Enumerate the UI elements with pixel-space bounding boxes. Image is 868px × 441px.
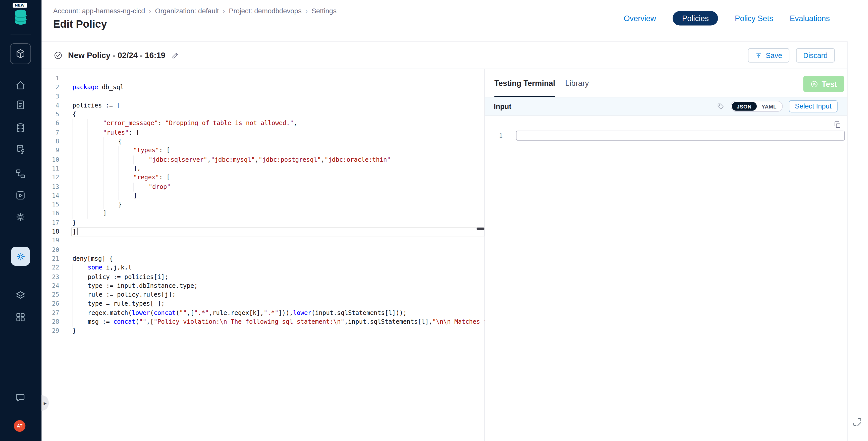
pipelines-icon[interactable] bbox=[15, 168, 26, 179]
code-line[interactable]: 5{ bbox=[41, 110, 484, 119]
code-line[interactable]: 4policies := [ bbox=[41, 101, 484, 110]
code-line[interactable]: 8{ bbox=[41, 137, 484, 147]
code-line[interactable]: 25rule := policy.rules[j]; bbox=[41, 290, 484, 300]
code-line[interactable]: 13"drop" bbox=[41, 182, 484, 191]
breadcrumb-item[interactable]: Account: app-harness-ng-cicd bbox=[53, 7, 145, 15]
indent-guide bbox=[118, 155, 133, 164]
code-token: ( bbox=[150, 309, 154, 316]
code-line[interactable]: 15} bbox=[41, 200, 484, 210]
code-token: , bbox=[321, 156, 325, 163]
code-line-content: regex.match(lower(concat("",[".*",rule.r… bbox=[72, 309, 407, 318]
top-nav-evaluations[interactable]: Evaluations bbox=[789, 14, 830, 23]
line-number: 12 bbox=[41, 173, 59, 182]
settings-gear-icon[interactable] bbox=[15, 212, 26, 222]
tab-testing-terminal[interactable]: Testing Terminal bbox=[489, 69, 560, 97]
policy-header-bar: New Policy - 02/24 - 16:19 Save Discard bbox=[41, 42, 847, 69]
code-token: rule := policy.rules[j]; bbox=[88, 291, 176, 298]
top-nav-policy-sets[interactable]: Policy Sets bbox=[735, 14, 773, 23]
code-line[interactable]: 7"rules": [ bbox=[41, 128, 484, 137]
audit-trail-icon[interactable] bbox=[15, 99, 26, 110]
home-icon[interactable] bbox=[15, 80, 26, 91]
indent-guide bbox=[72, 318, 88, 327]
indent-guide bbox=[118, 164, 133, 174]
upload-icon bbox=[755, 52, 763, 59]
code-token: "jdbc:mysql" bbox=[211, 156, 255, 163]
indent-guide bbox=[72, 264, 88, 273]
input-editor-line: 1 bbox=[485, 116, 847, 140]
code-line[interactable]: 29} bbox=[41, 327, 484, 336]
code-line-content: "jdbc:sqlserver","jdbc:mysql","jdbc:post… bbox=[72, 155, 391, 164]
code-line[interactable]: 3 bbox=[41, 92, 484, 101]
line-number: 2 bbox=[41, 83, 59, 92]
discard-label: Discard bbox=[803, 51, 828, 60]
breadcrumb: Account: app-harness-ng-cicd›Organizatio… bbox=[53, 7, 337, 15]
apps-grid-icon[interactable] bbox=[15, 312, 26, 323]
indent-guide bbox=[103, 191, 118, 200]
top-nav-overview[interactable]: Overview bbox=[624, 14, 656, 23]
executions-icon[interactable] bbox=[15, 190, 26, 201]
copy-icon[interactable] bbox=[833, 121, 841, 129]
tag-icon[interactable] bbox=[717, 102, 724, 110]
indent-guide bbox=[103, 147, 118, 155]
code-line[interactable]: 9"types": [ bbox=[41, 147, 484, 155]
code-token: "Policy violation:\n The following sql s… bbox=[154, 318, 344, 325]
code-line[interactable]: 14] bbox=[41, 191, 484, 200]
harness-module-logo-icon[interactable] bbox=[13, 9, 28, 25]
code-line[interactable]: 20 bbox=[41, 246, 484, 255]
database-schema-icon[interactable] bbox=[15, 144, 26, 155]
test-button[interactable]: Test bbox=[803, 76, 844, 92]
code-line-content: ] bbox=[72, 227, 78, 237]
code-line[interactable]: 16] bbox=[41, 210, 484, 219]
page-title: Edit Policy bbox=[53, 18, 107, 30]
plugins-icon[interactable] bbox=[15, 290, 26, 301]
code-line[interactable]: 2package db_sql bbox=[41, 83, 484, 92]
settings-gear-active-icon[interactable] bbox=[11, 247, 30, 266]
format-option-json[interactable]: JSON bbox=[732, 102, 756, 111]
code-line[interactable]: 6"error_message": "Dropping of table is … bbox=[41, 119, 484, 128]
resize-widget-icon[interactable] bbox=[852, 417, 862, 427]
code-line[interactable]: 21deny[msg] { bbox=[41, 255, 484, 264]
breadcrumb-item[interactable]: Project: demodbdevops bbox=[229, 7, 301, 15]
code-line[interactable]: 26type = rule.types[_]; bbox=[41, 300, 484, 309]
discard-button[interactable]: Discard bbox=[796, 48, 835, 63]
code-token: : [ bbox=[129, 129, 140, 136]
code-editor[interactable]: 12package db_sql34policies := [5{6"error… bbox=[41, 69, 485, 441]
chat-icon[interactable] bbox=[15, 392, 26, 403]
database-icon[interactable] bbox=[15, 122, 26, 133]
code-token: ".*" bbox=[264, 309, 278, 316]
code-line[interactable]: 10"jdbc:sqlserver","jdbc:mysql","jdbc:po… bbox=[41, 155, 484, 164]
code-line[interactable]: 18] bbox=[41, 227, 484, 237]
indent-guide bbox=[88, 147, 103, 155]
user-avatar[interactable]: AT bbox=[14, 420, 25, 432]
code-token: ] bbox=[133, 192, 137, 199]
line-number: 16 bbox=[41, 210, 59, 219]
code-token: some bbox=[88, 264, 102, 272]
indent-guide bbox=[72, 137, 88, 147]
code-line[interactable]: 12"regex": [ bbox=[41, 173, 484, 182]
select-input-button[interactable]: Select Input bbox=[789, 100, 838, 112]
save-button[interactable]: Save bbox=[748, 48, 789, 63]
input-value-box[interactable] bbox=[516, 131, 845, 140]
code-line[interactable]: 23policy := policies[i]; bbox=[41, 273, 484, 282]
format-option-yaml[interactable]: YAML bbox=[756, 102, 782, 111]
tab-library[interactable]: Library bbox=[560, 69, 594, 97]
code-line[interactable]: 28msg := concat("",["Policy violation:\n… bbox=[41, 318, 484, 327]
edit-pencil-icon[interactable] bbox=[172, 52, 179, 59]
code-line[interactable]: 24type := input.dbInstance.type; bbox=[41, 282, 484, 291]
code-token: policies := [ bbox=[72, 102, 120, 109]
code-line[interactable]: 22some i,j,k,l bbox=[41, 264, 484, 273]
code-line[interactable]: 17} bbox=[41, 219, 484, 227]
breadcrumb-item[interactable]: Settings bbox=[311, 7, 337, 15]
policy-name: New Policy - 02/24 - 16:19 bbox=[68, 51, 165, 60]
code-line[interactable]: 19 bbox=[41, 237, 484, 246]
input-editor[interactable]: 1 bbox=[485, 116, 847, 140]
breadcrumb-item[interactable]: Organization: default bbox=[155, 7, 219, 15]
code-token: ], bbox=[133, 165, 141, 172]
code-line-content: type = rule.types[_]; bbox=[72, 300, 165, 309]
code-line[interactable]: 11], bbox=[41, 164, 484, 174]
code-line[interactable]: 1 bbox=[41, 74, 484, 83]
code-token: { bbox=[118, 138, 122, 145]
top-nav-policies[interactable]: Policies bbox=[673, 11, 718, 25]
code-line[interactable]: 27regex.match(lower(concat("",[".*",rule… bbox=[41, 309, 484, 318]
module-cube-icon[interactable] bbox=[10, 43, 31, 64]
